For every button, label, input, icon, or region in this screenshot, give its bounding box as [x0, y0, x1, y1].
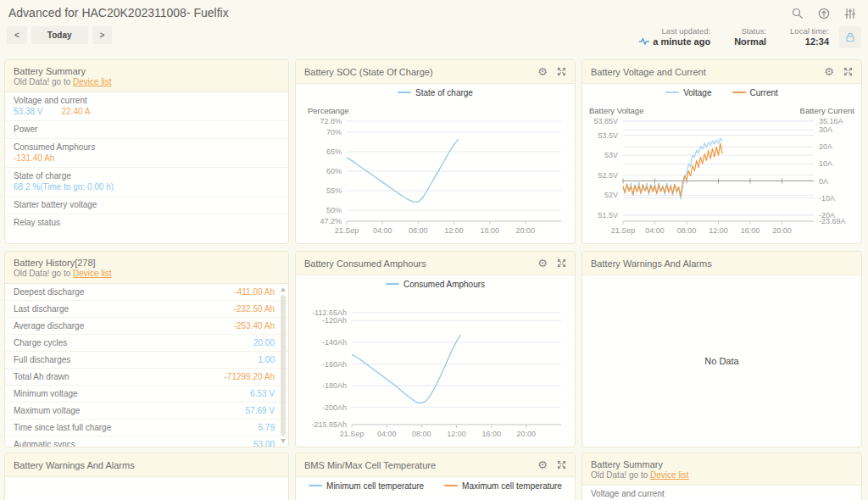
scroll-down-icon[interactable]	[281, 439, 286, 443]
panel-title: Battery Voltage and Current	[591, 67, 706, 77]
status-value: Normal	[734, 36, 766, 47]
panel-title: Battery Summary	[14, 66, 86, 76]
panel-battery-summary: Battery Summary Old Data! go to Device l…	[4, 59, 289, 244]
local-time-group: Local time: 12:34	[790, 26, 829, 47]
scroll-thumb[interactable]	[281, 295, 286, 436]
history-row-value: 53.00	[253, 440, 275, 447]
search-icon[interactable]	[792, 8, 804, 19]
legend-item[interactable]: Consumed Amphours	[386, 280, 485, 289]
history-row: Total Ah drawn-71299.20 Ah	[5, 369, 288, 386]
history-rows: Deepest discharge-411.00 AhLast discharg…	[5, 284, 288, 447]
bms-temperature-chart: Minimum cell temperatureMaximum cell tem…	[296, 477, 575, 500]
svg-text:35.16A: 35.16A	[819, 117, 843, 125]
summary-row: Relay status	[5, 214, 288, 231]
last-updated-group: Last updated: a minute ago	[639, 26, 710, 47]
svg-text:-23.69A: -23.69A	[819, 217, 846, 225]
scroll-up-icon[interactable]	[281, 287, 286, 292]
sync-upload-icon[interactable]	[818, 8, 830, 19]
legend-item[interactable]: State of charge	[398, 88, 473, 97]
svg-text:12:00: 12:00	[444, 226, 464, 235]
summary-value: 68.2 %(Time to go: 0.00 h)	[14, 182, 114, 192]
summary-row-label: Voltage and current	[14, 94, 280, 107]
history-row-value: 20.00	[253, 338, 275, 347]
svg-text:50%: 50%	[326, 206, 342, 214]
status-group: Status: Normal	[734, 26, 766, 47]
gear-icon[interactable]: ⚙	[824, 66, 834, 77]
status-groups: Last updated: a minute ago Status: Norma…	[639, 26, 829, 47]
panel-title: Battery Consumed Amphours	[304, 258, 426, 269]
history-row-label: Automatic syncs	[14, 440, 75, 447]
topbar-icons	[792, 8, 856, 19]
svg-text:47.2%: 47.2%	[320, 217, 342, 225]
history-row-value: 5.79	[259, 423, 275, 432]
panel-title: Battery Summary	[591, 459, 663, 469]
legend-item[interactable]: Maximum cell temperature	[444, 481, 562, 491]
svg-text:52V: 52V	[604, 191, 618, 199]
svg-text:10A: 10A	[819, 159, 832, 168]
history-row-value: 1.00	[259, 355, 275, 364]
svg-text:08:00: 08:00	[677, 226, 697, 235]
svg-text:70%: 70%	[326, 128, 342, 136]
svg-text:0A: 0A	[819, 177, 828, 186]
page-title: Advanced for HAC20K202311008- Fuelfix	[8, 6, 229, 19]
lock-button[interactable]	[839, 26, 861, 48]
device-list-link[interactable]: Device list	[73, 77, 112, 86]
gear-icon[interactable]: ⚙	[537, 66, 548, 77]
topbar: Advanced for HAC20K202311008- Fuelfix	[0, 0, 868, 24]
svg-text:-215.85Ah: -215.85Ah	[311, 420, 347, 429]
svg-text:20A: 20A	[819, 142, 832, 151]
history-row-label: Total Ah drawn	[14, 372, 70, 381]
old-data-text: Old Data! go to Device list	[591, 470, 689, 480]
summary-row-label: Starter battery voltage	[14, 198, 280, 211]
svg-text:Battery Voltage: Battery Voltage	[589, 106, 643, 115]
svg-text:08:00: 08:00	[409, 226, 428, 235]
legend-label: State of charge	[415, 88, 473, 97]
summary-row-values: 53.38 V22.40 A	[14, 107, 280, 118]
svg-text:12:00: 12:00	[709, 226, 728, 235]
today-button[interactable]: Today	[31, 26, 88, 44]
no-data-text: No Data	[582, 275, 861, 447]
svg-text:55%: 55%	[326, 186, 342, 195]
gear-icon[interactable]: ⚙	[537, 258, 548, 269]
legend-label: Minimum cell temperature	[326, 481, 424, 491]
legend-label: Maximum cell temperature	[462, 481, 562, 491]
fullscreen-icon[interactable]	[557, 460, 566, 469]
summary-value: -131.40 Ah	[14, 153, 54, 163]
history-row-value: -253.40 Ah	[234, 321, 275, 331]
legend-line-swatch	[386, 283, 399, 285]
chart-legend: State of charge	[296, 84, 575, 101]
fullscreen-icon[interactable]	[843, 67, 853, 76]
gear-icon[interactable]: ⚙	[537, 459, 548, 470]
prev-day-button[interactable]: <	[7, 26, 27, 44]
legend-line-swatch	[665, 92, 679, 93]
summary-rows: Voltage and current53.38 V22.40 APowerCo…	[5, 92, 288, 243]
consumed-chart-plot: 21.Sep04:0008:0012:0016:0020:00-112.65Ah…	[296, 292, 575, 447]
fullscreen-icon[interactable]	[557, 258, 566, 268]
fullscreen-icon[interactable]	[557, 67, 566, 76]
history-row: Average discharge-253.40 Ah	[5, 318, 288, 335]
legend-item[interactable]: Voltage	[665, 88, 711, 97]
filter-sliders-icon[interactable]	[844, 8, 856, 19]
legend-line-swatch	[398, 92, 411, 93]
device-list-link[interactable]: Device list	[73, 269, 112, 278]
history-row-label: Full discharges	[14, 355, 70, 364]
summary-row-label: Power	[14, 123, 280, 136]
device-list-link[interactable]: Device list	[650, 470, 689, 480]
old-data-text: Old Data! go to Device list	[14, 269, 112, 278]
scrollbar[interactable]	[279, 285, 287, 446]
panel-battery-warnings-alarms-2: Battery Warnings And Alarms	[4, 453, 289, 500]
svg-text:30A: 30A	[819, 125, 832, 134]
history-row-value: 6.53 V	[250, 389, 275, 398]
legend-item[interactable]: Current	[732, 88, 778, 97]
svg-text:21.Sep: 21.Sep	[340, 430, 364, 438]
next-day-button[interactable]: >	[92, 26, 113, 44]
svg-text:08:00: 08:00	[412, 430, 431, 438]
summary-row-label: Voltage and current	[591, 487, 853, 500]
local-time-value: 12:34	[805, 36, 829, 47]
svg-text:-10A: -10A	[819, 194, 835, 203]
svg-text:21.Sep: 21.Sep	[611, 226, 636, 235]
svg-text:Battery Current: Battery Current	[800, 106, 855, 115]
panel-battery-summary-2: Battery Summary Old Data! go to Device l…	[581, 453, 862, 500]
legend-item[interactable]: Minimum cell temperature	[309, 481, 424, 491]
last-updated-label: Last updated:	[639, 26, 710, 36]
